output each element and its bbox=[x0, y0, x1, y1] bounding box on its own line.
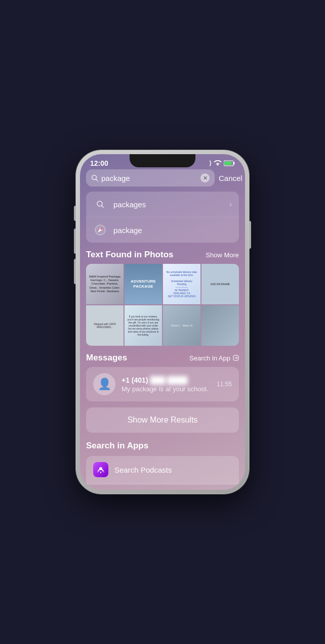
notch bbox=[130, 154, 195, 167]
person-icon: 👤 bbox=[98, 378, 111, 391]
photo-grid[interactable]: M&M Inspired Package Earrings: C.. Sweet… bbox=[86, 264, 239, 346]
message-time: 11:55 bbox=[217, 381, 232, 388]
phone-screen: 12:00 ⟩ bbox=[80, 154, 245, 490]
suggestion-arrow: › bbox=[229, 200, 232, 208]
message-sender: +1 (401) ███-████ bbox=[121, 376, 211, 384]
photo-cell-8[interactable] bbox=[201, 305, 239, 346]
cancel-button[interactable]: Cancel bbox=[219, 174, 242, 182]
battery-icon bbox=[224, 160, 235, 166]
suggestion-package[interactable]: package bbox=[86, 217, 239, 243]
svg-line-6 bbox=[102, 206, 104, 208]
phone-frame: 12:00 ⟩ bbox=[76, 150, 249, 494]
search-icon bbox=[91, 174, 98, 181]
svg-line-4 bbox=[96, 179, 98, 181]
search-podcasts-item[interactable]: Search Podcasts bbox=[86, 456, 239, 484]
status-icons: ⟩ bbox=[209, 160, 235, 167]
volume-up-button bbox=[74, 228, 76, 254]
messages-search-in-app[interactable]: Search in App bbox=[189, 354, 239, 362]
photo-cell-6[interactable]: If you look at our reviews, you'll see p… bbox=[125, 305, 162, 346]
photo-cell-7[interactable]: Week 0 Week 10 bbox=[163, 305, 200, 346]
search-in-apps-section: Search in Apps Search Podcasts bbox=[86, 441, 239, 485]
clear-search-button[interactable]: ✕ bbox=[200, 173, 210, 182]
suggestion-packages[interactable]: packages › bbox=[86, 192, 239, 217]
search-suggestion-icon bbox=[93, 197, 107, 211]
search-in-apps-title: Search in Apps bbox=[86, 441, 239, 451]
message-info: +1 (401) ███-████ My package is at your … bbox=[121, 376, 211, 393]
screen-content: ✕ Cancel packages › bbox=[80, 169, 245, 485]
photo-cell-5[interactable]: Shipped with USPS9400103693... bbox=[86, 305, 124, 346]
message-card[interactable]: 👤 +1 (401) ███-████ My package is at you… bbox=[86, 367, 239, 401]
podcasts-icon bbox=[93, 462, 108, 477]
messages-section-header: Messages Search in App bbox=[86, 353, 239, 363]
search-bar-row: ✕ Cancel bbox=[86, 169, 239, 187]
photos-section-title: Text Found in Photos bbox=[86, 250, 174, 260]
svg-rect-2 bbox=[225, 162, 232, 165]
search-input[interactable] bbox=[101, 174, 197, 182]
wifi-icon bbox=[214, 160, 222, 166]
power-button bbox=[249, 221, 251, 249]
status-time: 12:00 bbox=[90, 159, 108, 167]
app-search-list: Search Podcasts Search App Store bbox=[86, 456, 239, 485]
search-appstore-item[interactable]: Search App Store bbox=[86, 484, 239, 485]
suggestion-text-package: package bbox=[113, 226, 232, 235]
message-preview: My package is at your school. bbox=[121, 385, 211, 393]
photo-cell-1[interactable]: M&M Inspired Package Earrings: C.. Sweet… bbox=[86, 264, 124, 304]
photo-cell-3[interactable]: No scheduled delivery date available at … bbox=[163, 264, 200, 304]
svg-rect-1 bbox=[234, 162, 235, 165]
photos-section-header: Text Found in Photos Show More bbox=[86, 250, 239, 260]
messages-section: Messages Search in App 👤 bbox=[86, 353, 239, 401]
search-podcasts-label: Search Podcasts bbox=[114, 466, 172, 474]
photo-cell-4[interactable]: ADD NICKNAME bbox=[201, 264, 239, 304]
safari-icon bbox=[93, 223, 107, 237]
messages-section-title: Messages bbox=[86, 353, 127, 363]
show-more-results-button[interactable]: Show More Results bbox=[86, 407, 239, 433]
photo-cell-2[interactable]: ADVENTUREPACKAGE bbox=[125, 264, 162, 304]
photos-show-more[interactable]: Show More bbox=[206, 251, 239, 259]
volume-down-button bbox=[74, 259, 76, 284]
search-bar[interactable]: ✕ bbox=[86, 169, 215, 187]
svg-rect-13 bbox=[100, 472, 101, 473]
location-icon: ⟩ bbox=[209, 160, 212, 167]
avatar: 👤 bbox=[93, 373, 115, 395]
mute-button bbox=[74, 206, 76, 221]
suggestion-text-packages: packages bbox=[113, 200, 223, 209]
suggestions-list: packages › package bbox=[86, 192, 239, 243]
